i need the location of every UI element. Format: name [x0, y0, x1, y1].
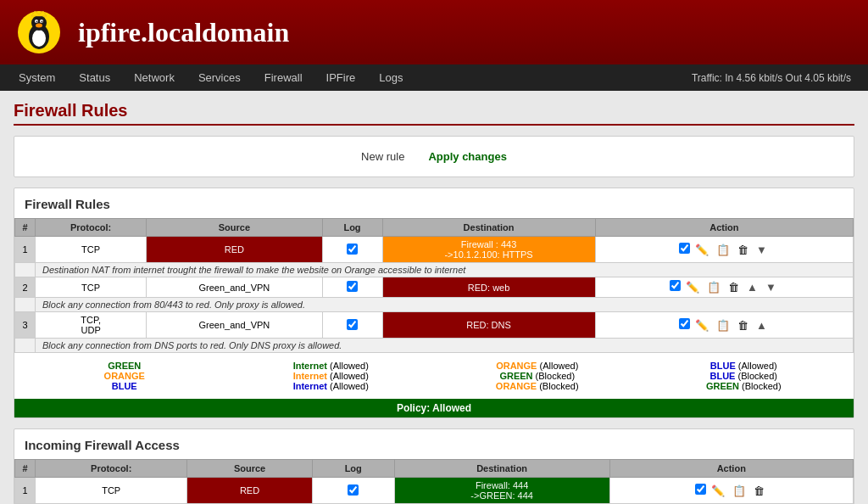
log-checkbox[interactable] — [347, 281, 358, 292]
incoming-rules-title: Incoming Firewall Access — [14, 429, 854, 459]
col-destination: Destination — [382, 219, 595, 237]
new-rule-button[interactable]: New rule — [354, 147, 411, 166]
nav-status[interactable]: Status — [67, 64, 122, 91]
nav-ipfire[interactable]: IPFire — [314, 64, 368, 91]
table-row: 3 TCP,UDP Green_and_VPN RED: DNS ✏️ 📋 🗑 … — [15, 312, 854, 339]
action-cell: ✏️ 📋 🗑 — [609, 478, 854, 504]
action-cell: ✏️ 📋 🗑 ▲ ▼ — [595, 277, 853, 298]
blue-label: BLUE — [112, 381, 137, 391]
dest-cell: Firewall: 444->GREEN: 444 — [394, 478, 609, 504]
delete-button[interactable]: 🗑 — [735, 243, 751, 257]
desc-text: Block any connection from 80/443 to red.… — [36, 298, 854, 312]
col-destination: Destination — [394, 460, 609, 478]
orange-blocked: ORANGE — [496, 381, 537, 391]
edit-button[interactable]: ✏️ — [709, 484, 727, 498]
log-cell[interactable] — [322, 237, 382, 263]
svg-point-3 — [31, 15, 47, 31]
site-title: ipfire.localdomain — [78, 17, 289, 48]
policy-legend: GREEN ORANGE BLUE Internet (Allowed) Int… — [14, 353, 854, 399]
action-cell: ✏️ 📋 🗑 ▲ — [595, 312, 853, 339]
dest-cell: RED: web — [382, 277, 595, 298]
legend-col-zones: ORANGE (Allowed) GREEN (Blocked) ORANGE … — [434, 358, 641, 394]
legend-col-internet: Internet (Allowed) Internet (Allowed) In… — [228, 358, 435, 394]
desc-text: Block any connection from DNS ports to r… — [36, 339, 854, 353]
row-num: 3 — [15, 312, 36, 339]
navbar: System Status Network Services Firewall … — [0, 64, 868, 91]
edit-button[interactable]: ✏️ — [693, 318, 711, 333]
move-up-button[interactable]: ▲ — [744, 280, 760, 294]
source-cell: RED — [187, 478, 312, 504]
log-cell[interactable] — [312, 478, 394, 504]
desc-row: Block any connection from DNS ports to r… — [15, 339, 854, 353]
row-num: 1 — [15, 478, 36, 504]
log-cell[interactable] — [322, 277, 382, 298]
delete-button[interactable]: 🗑 — [751, 484, 767, 498]
copy-button[interactable]: 📋 — [704, 280, 723, 294]
orange-allowed: ORANGE — [496, 361, 537, 371]
col-source: Source — [147, 219, 322, 237]
firewall-rules-title: Firewall Rules — [14, 188, 854, 218]
logo — [14, 7, 64, 58]
svg-point-2 — [32, 30, 46, 47]
enabled-checkbox[interactable] — [679, 318, 690, 329]
col-log: Log — [322, 219, 382, 237]
row-num: 1 — [15, 237, 36, 263]
incoming-rules-section: Incoming Firewall Access # Protocol: Sou… — [14, 428, 854, 504]
firewall-rules-section: Firewall Rules # Protocol: Source Log De… — [14, 188, 854, 418]
policy-bar: Policy: Allowed — [14, 399, 854, 417]
dest-cell: RED: DNS — [382, 312, 595, 339]
nav-items: System Status Network Services Firewall … — [7, 64, 415, 91]
legend-col-blue: BLUE (Allowed) BLUE (Blocked) GREEN (Blo… — [641, 358, 848, 394]
svg-point-7 — [41, 20, 42, 22]
edit-button[interactable]: ✏️ — [693, 243, 711, 257]
firewall-rules-table: # Protocol: Source Log Destination Actio… — [14, 218, 854, 353]
apply-changes-button[interactable]: Apply changes — [421, 147, 513, 166]
table-row: 2 TCP Green_and_VPN RED: web ✏️ 📋 🗑 ▲ ▼ — [15, 277, 854, 298]
delete-button[interactable]: 🗑 — [726, 280, 742, 294]
protocol-cell: TCP — [36, 237, 147, 263]
col-log: Log — [312, 460, 394, 478]
row-num: 2 — [15, 277, 36, 298]
move-down-button[interactable]: ▼ — [763, 280, 779, 294]
col-num: # — [15, 219, 36, 237]
move-down-button[interactable]: ▼ — [754, 243, 770, 257]
col-source: Source — [187, 460, 312, 478]
page-title: Firewall Rules — [14, 101, 854, 126]
copy-button[interactable]: 📋 — [714, 243, 732, 257]
green-internet: Internet — [293, 361, 327, 371]
blue-internet: Internet — [293, 381, 327, 391]
log-cell[interactable] — [322, 312, 382, 339]
log-checkbox[interactable] — [347, 319, 358, 330]
edit-button[interactable]: ✏️ — [683, 280, 702, 294]
enabled-checkbox[interactable] — [695, 484, 706, 495]
enabled-checkbox[interactable] — [679, 243, 690, 254]
green-blocked: GREEN — [499, 371, 532, 381]
blue-blocked: BLUE — [710, 371, 736, 381]
nav-logs[interactable]: Logs — [367, 64, 415, 91]
delete-button[interactable]: 🗑 — [735, 318, 751, 333]
nav-firewall[interactable]: Firewall — [253, 64, 314, 91]
orange-label: ORANGE — [104, 371, 145, 381]
source-cell: Green_and_VPN — [147, 312, 322, 339]
orange-internet: Internet — [293, 371, 327, 381]
header: ipfire.localdomain — [0, 0, 868, 64]
legend-row-1: GREEN ORANGE BLUE Internet (Allowed) Int… — [21, 358, 847, 394]
col-action: Action — [609, 460, 854, 478]
copy-button[interactable]: 📋 — [714, 318, 732, 333]
nav-system[interactable]: System — [7, 64, 67, 91]
move-up-button[interactable]: ▲ — [754, 318, 770, 333]
green-label: GREEN — [108, 361, 141, 371]
log-checkbox[interactable] — [348, 484, 359, 496]
log-checkbox[interactable] — [347, 244, 358, 255]
nav-network[interactable]: Network — [122, 64, 186, 91]
source-cell: Green_and_VPN — [147, 277, 322, 298]
nav-services[interactable]: Services — [186, 64, 253, 91]
traffic-status: Traffic: In 4.56 kbit/s Out 4.05 kbit/s — [682, 72, 861, 84]
col-action: Action — [595, 219, 853, 237]
legend-col-colors: GREEN ORANGE BLUE — [21, 358, 228, 394]
protocol-cell: TCP,UDP — [36, 312, 147, 339]
copy-button[interactable]: 📋 — [730, 484, 748, 498]
enabled-checkbox[interactable] — [670, 280, 681, 291]
table-row: 1 TCP RED Firewall: 444->GREEN: 444 ✏️ 📋… — [15, 478, 854, 504]
blue-allowed: BLUE — [710, 361, 736, 371]
